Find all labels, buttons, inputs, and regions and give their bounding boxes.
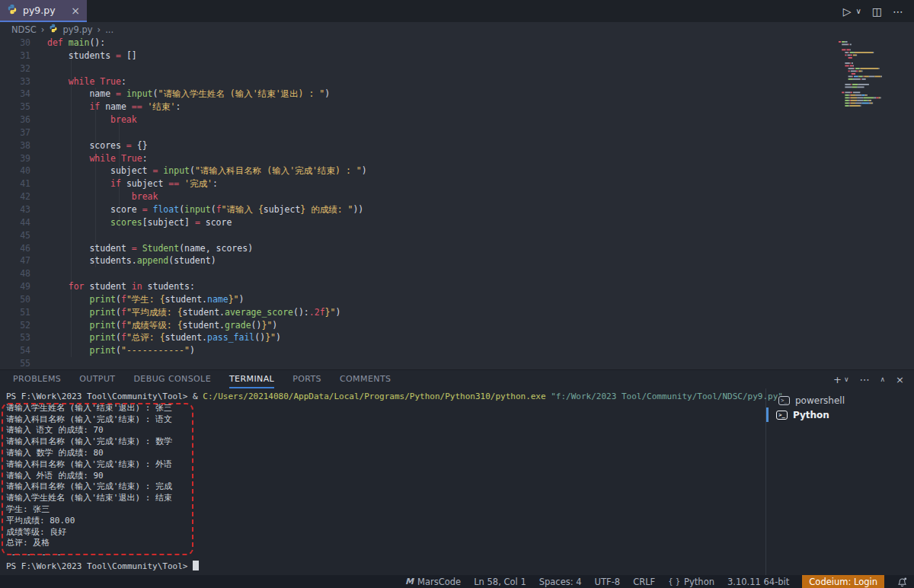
- code-line[interactable]: 36 break: [0, 113, 914, 126]
- indent-guide: [71, 50, 72, 357]
- run-dropdown-icon[interactable]: ∨: [855, 8, 861, 15]
- code-token: f: [216, 204, 222, 215]
- terminal-command-line: PS F:\Work\2023 Tool\Community\Tool> & C…: [6, 391, 765, 403]
- code-token: name: [207, 294, 228, 305]
- code-line[interactable]: 52 print(f"成绩等级: {student.grade()}"): [0, 319, 914, 332]
- terminal[interactable]: PS F:\Work\2023 Tool\Community\Tool> & C…: [0, 388, 765, 575]
- code-line[interactable]: 30def main():: [0, 37, 914, 50]
- line-number: 45: [0, 229, 30, 242]
- line-number: 35: [0, 101, 30, 113]
- code-token: print: [89, 320, 116, 331]
- line-number: 34: [0, 88, 30, 101]
- code-token: (: [190, 165, 195, 176]
- code-line[interactable]: 34 name = input("请输入学生姓名 (输入'结束'退出) : "): [0, 88, 914, 101]
- code-line-text: [30, 229, 47, 242]
- code-line[interactable]: 54 print("-----------"): [0, 344, 914, 357]
- tab-close-icon[interactable]: ×: [71, 5, 80, 17]
- maximize-panel-icon[interactable]: ∧: [880, 375, 886, 383]
- code-line[interactable]: 41 if subject == '完成':: [0, 177, 914, 190]
- panel-tab-problems[interactable]: PROBLEMS: [13, 370, 61, 388]
- statusbar-language[interactable]: { } Python: [668, 575, 714, 588]
- run-icon[interactable]: ▷: [843, 6, 852, 17]
- panel-tab-output[interactable]: OUTPUT: [79, 370, 115, 388]
- code-token: print: [89, 307, 116, 318]
- panel-more-icon[interactable]: ⋯: [860, 374, 870, 385]
- code-token: ): [272, 320, 277, 331]
- line-number: 33: [0, 75, 30, 88]
- statusbar-indentation[interactable]: Spaces: 4: [539, 575, 582, 588]
- code-line[interactable]: 35 if name == '结束':: [0, 101, 914, 113]
- code-token: [142, 101, 148, 112]
- split-editor-icon[interactable]: ◫: [872, 6, 882, 17]
- code-line[interactable]: 50 print(f"学生: {student.name}"): [0, 293, 914, 306]
- code-line-text: print("-----------"): [30, 344, 195, 357]
- code-token: f: [121, 332, 126, 343]
- code-editor[interactable]: 30def main():31 students = []3233 while …: [0, 37, 914, 370]
- indent-guide: [95, 88, 96, 267]
- code-line[interactable]: 31 students = []: [0, 50, 914, 62]
- code-line[interactable]: 51 print(f"平均成绩: {student.average_score(…: [0, 306, 914, 319]
- statusbar-eol[interactable]: CRLF: [633, 575, 655, 588]
- code-token: ): [276, 332, 281, 343]
- terminal-prompt-line[interactable]: PS F:\Work\2023 Tool\Community\Tool>: [6, 561, 765, 573]
- panel-tab-comments[interactable]: COMMENTS: [340, 370, 391, 388]
- terminal-session-powershell[interactable]: >_powershell: [766, 393, 914, 407]
- code-line[interactable]: 37: [0, 126, 914, 139]
- statusbar-marscode[interactable]: M MarsCode: [405, 575, 461, 588]
- code-token: in: [132, 281, 142, 292]
- indent-guide: [119, 113, 120, 229]
- code-line[interactable]: 53 print(f"总评: {student.pass_fail()}"): [0, 331, 914, 344]
- code-line[interactable]: 45: [0, 229, 914, 242]
- minimap[interactable]: [836, 40, 885, 139]
- line-number: 54: [0, 344, 30, 357]
- new-terminal-icon[interactable]: +: [833, 374, 842, 385]
- editor-actions: ▷ ∨ ◫ ⋯: [843, 0, 914, 22]
- code-token: '完成': [184, 178, 213, 189]
- notifications-bell-icon[interactable]: [897, 575, 907, 588]
- terminal-session-Python[interactable]: >_Python: [766, 407, 914, 422]
- line-number: 30: [0, 37, 30, 50]
- code-line-text: if name == '结束':: [30, 101, 181, 113]
- panel-tab-ports[interactable]: PORTS: [292, 370, 321, 388]
- line-number: 51: [0, 306, 30, 319]
- code-line[interactable]: 40 subject = input("请输入科目名称 (输入'完成'结束) :…: [0, 165, 914, 177]
- code-line-text: def main():: [30, 37, 105, 50]
- code-line[interactable]: 47 students.append(student): [0, 254, 914, 267]
- tab-label: py9.py: [23, 5, 56, 16]
- code-line[interactable]: 33 while True:: [0, 75, 914, 88]
- statusbar-encoding[interactable]: UTF-8: [595, 575, 621, 588]
- more-actions-icon[interactable]: ⋯: [893, 6, 903, 17]
- breadcrumb-more[interactable]: ...: [105, 24, 113, 35]
- code-token: ():: [89, 37, 105, 48]
- tab-py9[interactable]: py9.py ×: [0, 0, 87, 22]
- code-token: :: [213, 178, 218, 189]
- code-line[interactable]: 55: [0, 357, 914, 370]
- code-line[interactable]: 44 scores[subject] = score: [0, 216, 914, 229]
- code-line-text: for student in students:: [30, 280, 195, 293]
- code-line[interactable]: 39 while True:: [0, 152, 914, 165]
- terminal-output-line: 学生: 张三: [6, 504, 765, 516]
- code-line[interactable]: 49 for student in students:: [0, 280, 914, 293]
- code-line[interactable]: 46 student = Student(name, scores): [0, 242, 914, 255]
- code-line[interactable]: 43 score = float(input(f"请输入 {subject} 的…: [0, 203, 914, 216]
- terminal-profile-dropdown-icon[interactable]: ∨: [844, 375, 849, 383]
- code-token: pass_fail: [207, 332, 254, 343]
- code-line[interactable]: 42 break: [0, 190, 914, 203]
- code-line[interactable]: 32: [0, 62, 914, 75]
- python-file-icon: [7, 4, 18, 17]
- code-token: [47, 294, 89, 305]
- breadcrumb-root[interactable]: NDSC: [11, 24, 37, 35]
- terminal-output-line: 成绩等级: 良好: [6, 527, 765, 538]
- statusbar-line-col[interactable]: Ln 58, Col 1: [474, 575, 526, 588]
- statusbar-interpreter[interactable]: 3.10.11 64-bit: [727, 575, 789, 588]
- code-line[interactable]: 38 scores = {}: [0, 139, 914, 152]
- close-panel-icon[interactable]: ×: [896, 374, 904, 385]
- braces-icon: { }: [668, 577, 680, 586]
- line-number: 42: [0, 190, 30, 203]
- breadcrumb-file[interactable]: py9.py: [62, 24, 92, 35]
- panel-tab-debug-console[interactable]: DEBUG CONSOLE: [133, 370, 211, 388]
- code-line[interactable]: 48: [0, 267, 914, 280]
- line-number: 32: [0, 62, 30, 75]
- codeium-login-badge[interactable]: Codeium: Login: [802, 575, 884, 588]
- panel-tab-terminal[interactable]: TERMINAL: [229, 370, 274, 388]
